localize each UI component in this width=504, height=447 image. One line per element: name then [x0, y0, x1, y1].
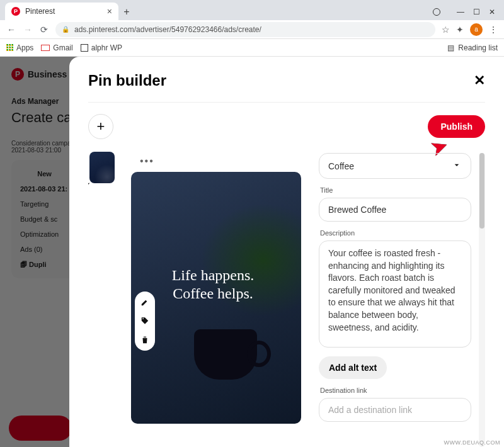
edit-icon[interactable] — [140, 298, 149, 307]
add-pin-button[interactable]: + — [88, 114, 113, 139]
account-circle-icon[interactable] — [433, 8, 440, 16]
gmail-label: Gmail — [53, 43, 72, 52]
reading-list-button[interactable]: ▤ Reading list — [447, 43, 498, 52]
pinterest-favicon: P — [11, 7, 20, 16]
address-bar: ← → ⟳ 🔒 ads.pinterest.com/advertiser/549… — [0, 20, 504, 39]
tab-title: Pinterest — [25, 7, 55, 16]
more-options-icon[interactable]: ••• — [140, 156, 154, 167]
add-alt-text-button[interactable]: Add alt text — [319, 356, 387, 379]
window-controls: — ☐ ✕ — [433, 8, 504, 20]
close-tab-icon[interactable]: × — [107, 6, 112, 16]
gmail-icon — [41, 45, 50, 51]
form-column: Coffee Title Brewed Coffee Description Y… — [319, 150, 485, 447]
new-tab-button[interactable]: + — [118, 4, 135, 20]
image-quote-text: Life happens. Coffee helps. — [156, 266, 270, 303]
lock-icon: 🔒 — [62, 26, 69, 33]
reload-icon[interactable]: ⟳ — [39, 25, 49, 35]
back-icon[interactable]: ← — [6, 25, 16, 35]
watermark: WWW.DEUAQ.COM — [444, 439, 501, 446]
title-input[interactable]: Brewed Coffee — [319, 198, 471, 222]
cup-graphic — [194, 329, 257, 380]
publish-button[interactable]: Publish — [428, 115, 485, 138]
thumbnail-column — [88, 150, 120, 447]
apps-label: Apps — [16, 43, 33, 52]
description-label: Description — [320, 229, 471, 237]
reading-list-label: Reading list — [458, 43, 498, 52]
close-window-icon[interactable]: ✕ — [489, 8, 495, 16]
close-modal-icon[interactable]: ✕ — [474, 72, 485, 89]
apps-bookmark[interactable]: Apps — [6, 43, 33, 52]
image-tools — [135, 291, 155, 351]
alphr-label: alphr WP — [91, 43, 122, 52]
chevron-down-icon — [452, 160, 462, 172]
alphr-icon — [81, 44, 88, 52]
pin-thumbnail[interactable] — [89, 152, 115, 183]
title-label: Title — [320, 186, 471, 194]
tag-icon[interactable] — [140, 317, 149, 325]
board-selected-value: Coffee — [328, 161, 354, 171]
profile-avatar[interactable]: a — [470, 23, 483, 36]
board-select[interactable]: Coffee — [319, 153, 471, 179]
destination-link-label: Destination link — [320, 387, 471, 394]
destination-link-input[interactable]: Add a destination link — [319, 398, 471, 422]
browser-tabbar: P Pinterest × + — ☐ ✕ — [0, 0, 504, 20]
bookmarks-bar: Apps Gmail alphr WP ▤ Reading list — [0, 39, 504, 57]
kebab-menu-icon[interactable]: ⋮ — [489, 25, 498, 35]
description-textarea[interactable]: Your coffee is roasted fresh - enhancing… — [319, 240, 471, 348]
apps-icon — [6, 44, 13, 51]
gmail-bookmark[interactable]: Gmail — [41, 43, 72, 52]
modal-title: Pin builder — [88, 72, 166, 89]
preview-column: ••• Life happens. Coffee helps. — [131, 150, 307, 447]
pin-preview-image[interactable]: Life happens. Coffee helps. — [131, 172, 301, 424]
url-text: ads.pinterest.com/advertiser/54976292346… — [74, 25, 261, 34]
scrollbar-thumb[interactable] — [479, 153, 484, 229]
star-icon[interactable]: ☆ — [442, 25, 450, 35]
url-field[interactable]: 🔒 ads.pinterest.com/advertiser/549762923… — [55, 22, 435, 37]
minimize-icon[interactable]: — — [457, 8, 464, 16]
pin-builder-modal: Pin builder ✕ + Publish ➤ ••• Life happe… — [69, 57, 504, 447]
alphr-bookmark[interactable]: alphr WP — [81, 43, 122, 52]
maximize-icon[interactable]: ☐ — [473, 8, 480, 16]
forward-icon: → — [23, 25, 33, 35]
reading-list-icon: ▤ — [447, 43, 454, 52]
browser-tab[interactable]: P Pinterest × — [5, 3, 118, 20]
trash-icon[interactable] — [140, 336, 149, 344]
extensions-icon[interactable]: ✦ — [456, 25, 464, 35]
